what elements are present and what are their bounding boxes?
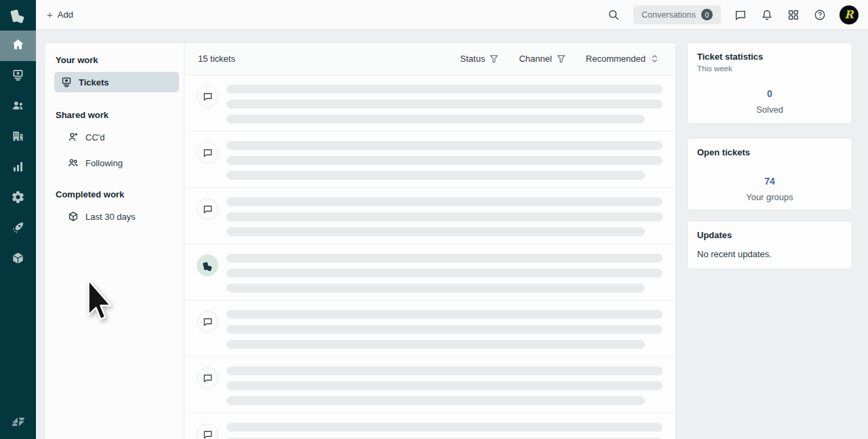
skeleton-bar — [226, 254, 663, 263]
ticket-row[interactable] — [184, 132, 675, 188]
chat-bubble-icon — [197, 423, 218, 439]
left-icon-rail — [0, 0, 36, 439]
skeleton-bar — [226, 141, 663, 150]
ticket-row[interactable] — [184, 188, 675, 244]
ticket-row[interactable] — [184, 413, 675, 439]
skeleton-text — [226, 366, 663, 413]
section-title-your-work: Your work — [56, 55, 176, 65]
apps-grid-icon[interactable] — [787, 8, 800, 22]
ticket-row[interactable] — [184, 301, 675, 357]
sidebar-item-following[interactable]: Following — [56, 154, 176, 172]
skeleton-bar — [226, 85, 663, 94]
nav-organizations[interactable] — [0, 122, 36, 153]
customers-icon — [11, 98, 25, 115]
ticket-list-rows — [184, 75, 675, 439]
card-subtitle: This week — [697, 64, 842, 73]
skeleton-bar — [226, 197, 663, 206]
chat-bubble-icon — [197, 198, 218, 220]
search-icon[interactable] — [607, 8, 620, 22]
skeleton-text — [226, 141, 663, 187]
updates-body: No recent updates. — [697, 249, 842, 259]
skeleton-bar — [226, 423, 663, 432]
skeleton-bar — [226, 212, 663, 221]
plus-icon: + — [47, 9, 53, 20]
conversations-count-badge: 0 — [701, 9, 713, 20]
people-icon — [68, 157, 79, 168]
ticket-row-avatar — [197, 198, 218, 220]
sidebar-item-ccd[interactable]: CC'd — [56, 128, 176, 146]
ticket-row-avatar — [197, 423, 218, 439]
sidebar-item-label: Last 30 days — [85, 212, 136, 222]
ticket-row-avatar — [197, 311, 218, 332]
sidebar-item-label: Tickets — [79, 77, 109, 88]
bot-avatar — [197, 254, 218, 276]
card-title: Ticket statistics — [697, 52, 842, 62]
chat-icon[interactable] — [734, 8, 747, 22]
channel-filter-label: Channel — [519, 54, 551, 64]
section-title-shared-work: Shared work — [56, 110, 176, 120]
skeleton-bar — [226, 310, 663, 319]
ticket-row-avatar — [197, 142, 218, 164]
card-title: Open tickets — [697, 147, 842, 157]
bell-icon[interactable] — [760, 8, 774, 22]
sort-recommended-button[interactable]: Recommended — [586, 54, 659, 64]
chat-bubble-icon — [197, 142, 218, 164]
nav-reporting[interactable] — [0, 153, 36, 183]
ticket-statistics-card: Ticket statistics This week 0 Solved — [687, 42, 852, 124]
ticket-row[interactable] — [184, 244, 675, 301]
sidebar-item-last-30-days[interactable]: Last 30 days — [56, 208, 176, 225]
add-button[interactable]: + Add — [47, 9, 73, 20]
ticket-list-panel: 15 tickets Status Channel Recommended — [184, 43, 675, 439]
skeleton-bar — [226, 100, 663, 109]
nav-admin[interactable] — [0, 183, 36, 214]
home-icon — [11, 37, 25, 54]
sidebar-item-tickets[interactable]: Tickets — [54, 72, 179, 92]
rocket-icon — [11, 221, 25, 237]
ticket-list-header: 15 tickets Status Channel Recommended — [184, 43, 675, 75]
nav-views[interactable] — [0, 61, 36, 92]
topbar-actions: Conversations 0 R — [607, 5, 859, 24]
ticket-icon — [61, 77, 72, 88]
skeleton-bar — [226, 284, 645, 292]
skeleton-text — [226, 85, 663, 131]
sort-chevrons-icon — [650, 54, 659, 63]
ticket-row[interactable] — [184, 75, 675, 132]
ticket-row-avatar — [197, 367, 218, 389]
user-avatar[interactable]: R — [840, 5, 859, 24]
cube-icon — [11, 251, 25, 268]
gear-icon — [11, 190, 25, 207]
nav-products[interactable] — [0, 244, 36, 275]
filter-funnel-icon — [490, 54, 498, 63]
sort-label: Recommended — [586, 54, 646, 64]
product-logo — [0, 0, 36, 31]
logo-shape — [16, 15, 24, 23]
status-filter-label: Status — [460, 54, 486, 64]
person-add-icon — [68, 132, 79, 142]
app-window: + Add Conversations 0 R Your work Ticket… — [0, 0, 868, 439]
channel-filter-button[interactable]: Channel — [519, 54, 565, 64]
open-tickets-count: 74 — [697, 176, 842, 187]
skeleton-bar — [226, 269, 663, 278]
open-tickets-card: Open tickets 74 Your groups — [687, 138, 852, 210]
organizations-icon — [11, 129, 25, 146]
avatar-letter: R — [844, 8, 853, 21]
updates-card: Updates No recent updates. — [687, 221, 852, 269]
skeleton-bar — [226, 171, 645, 180]
status-filter-button[interactable]: Status — [460, 54, 499, 64]
nav-customers[interactable] — [0, 92, 36, 122]
reporting-icon — [11, 159, 25, 176]
skeleton-text — [226, 310, 663, 356]
skeleton-bar — [226, 396, 645, 405]
nav-home[interactable] — [0, 31, 36, 61]
main-sheet: Your work Tickets Shared work CC'd Follo… — [44, 42, 676, 439]
conversations-button[interactable]: Conversations 0 — [633, 5, 721, 24]
nav-getting-started[interactable] — [0, 214, 36, 244]
ticket-row-avatar — [197, 85, 218, 107]
section-title-completed-work: Completed work — [56, 189, 176, 199]
cube-icon — [68, 211, 79, 222]
top-bar: + Add Conversations 0 R — [36, 0, 868, 30]
chat-bubble-icon — [197, 367, 218, 389]
help-icon[interactable] — [813, 8, 827, 22]
ticket-row[interactable] — [184, 357, 675, 413]
ticket-count: 15 tickets — [198, 54, 235, 64]
